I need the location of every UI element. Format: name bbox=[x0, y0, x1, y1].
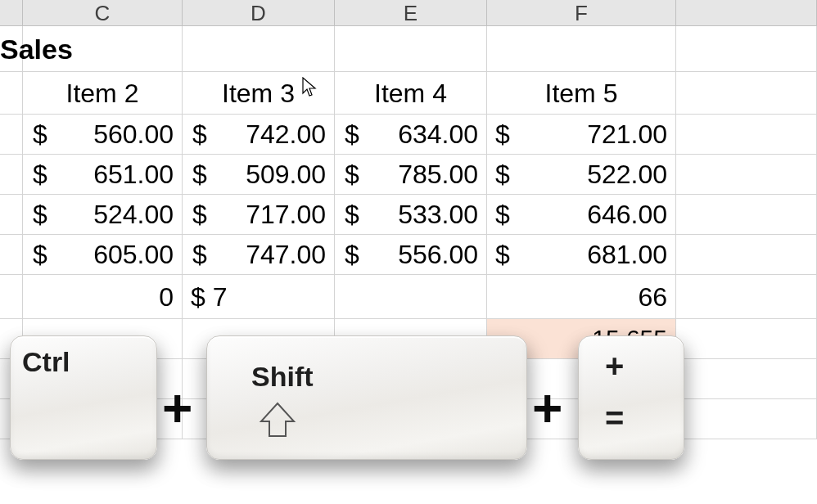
cell-b4[interactable] bbox=[0, 235, 23, 275]
cell-g-total[interactable] bbox=[676, 319, 817, 359]
cell-f1[interactable]: $721.00 bbox=[487, 115, 676, 155]
cell-b3[interactable] bbox=[0, 195, 23, 235]
dollar-sign: $ bbox=[31, 241, 47, 268]
cell-g-title[interactable] bbox=[676, 26, 817, 72]
cell-value: 651.00 bbox=[93, 161, 174, 187]
hdr-item3[interactable]: Item 3 bbox=[183, 72, 335, 115]
cell-value-fragment: 0 bbox=[159, 284, 174, 310]
column-header-F[interactable]: F bbox=[487, 0, 676, 26]
dollar-sign: $ bbox=[191, 201, 207, 227]
hdr-item2[interactable]: Item 2 bbox=[23, 72, 183, 115]
cell-c4[interactable]: $605.00 bbox=[23, 235, 183, 275]
cell-b2[interactable] bbox=[0, 155, 23, 195]
cell-f-total[interactable]: 15,655 bbox=[487, 319, 676, 359]
cell-e5[interactable] bbox=[335, 275, 487, 319]
cell-g5[interactable] bbox=[676, 275, 817, 319]
cell-g3[interactable] bbox=[676, 195, 817, 235]
empty-cell[interactable] bbox=[487, 359, 676, 399]
column-header-blank[interactable] bbox=[0, 0, 23, 26]
column-header-E[interactable]: E bbox=[335, 0, 487, 26]
dollar-sign: $ bbox=[495, 121, 510, 147]
empty-cell[interactable] bbox=[183, 359, 335, 399]
title-row: Sales bbox=[0, 26, 817, 72]
cell-f3[interactable]: $646.00 bbox=[487, 195, 676, 235]
hdr-item4[interactable]: Item 4 bbox=[335, 72, 487, 115]
cell-f5[interactable]: 66 bbox=[487, 275, 676, 319]
cell-f-title[interactable] bbox=[487, 26, 676, 72]
cell-e3[interactable]: $533.00 bbox=[335, 195, 487, 235]
data-row-4: $605.00 $747.00 $556.00 $681.00 bbox=[0, 235, 817, 275]
column-header-G[interactable] bbox=[676, 0, 817, 26]
cell-c-total[interactable] bbox=[23, 319, 183, 359]
dollar-sign: $ bbox=[31, 121, 47, 147]
data-row-3: $524.00 $717.00 $533.00 $646.00 bbox=[0, 195, 817, 235]
dollar-sign: $ bbox=[343, 201, 359, 227]
cell-b5[interactable] bbox=[0, 275, 23, 319]
empty-cell[interactable] bbox=[676, 359, 817, 399]
cell-d2[interactable]: $509.00 bbox=[183, 155, 335, 195]
empty-cell[interactable] bbox=[183, 399, 335, 439]
column-header-row: C D E F bbox=[0, 0, 817, 26]
cell-b-hdr[interactable] bbox=[0, 72, 23, 115]
cell-d1[interactable]: $742.00 bbox=[183, 115, 335, 155]
hdr-item5[interactable]: Item 5 bbox=[487, 72, 676, 115]
dollar-sign: $ bbox=[191, 241, 207, 268]
dollar-sign: $ bbox=[495, 241, 510, 268]
cell-c5[interactable]: 0 bbox=[23, 275, 183, 319]
cell-value: 742.00 bbox=[246, 121, 326, 147]
cell-g4[interactable] bbox=[676, 235, 817, 275]
cell-d5[interactable]: $ 7 bbox=[183, 275, 335, 319]
cell-value: 681.00 bbox=[587, 241, 667, 268]
data-row-1: $560.00 $742.00 $634.00 $721.00 bbox=[0, 115, 817, 155]
empty-cell[interactable] bbox=[0, 399, 23, 439]
cell-value-fragment: $ 7 bbox=[191, 284, 227, 310]
cell-e-total[interactable] bbox=[335, 319, 487, 359]
cell-e2[interactable]: $785.00 bbox=[335, 155, 487, 195]
cell-g2[interactable] bbox=[676, 155, 817, 195]
column-header-C[interactable]: C bbox=[23, 0, 183, 26]
dollar-sign: $ bbox=[343, 121, 359, 147]
cell-f2[interactable]: $522.00 bbox=[487, 155, 676, 195]
cell-value: 560.00 bbox=[93, 121, 174, 147]
empty-cell[interactable] bbox=[487, 399, 676, 439]
data-row-2: $651.00 $509.00 $785.00 $522.00 bbox=[0, 155, 817, 195]
cell-d4[interactable]: $747.00 bbox=[183, 235, 335, 275]
cell-b-total[interactable] bbox=[0, 319, 23, 359]
cell-c3[interactable]: $524.00 bbox=[23, 195, 183, 235]
cell-value: 646.00 bbox=[587, 201, 667, 227]
cell-f4[interactable]: $681.00 bbox=[487, 235, 676, 275]
empty-cell[interactable] bbox=[676, 399, 817, 439]
dollar-sign: $ bbox=[495, 201, 510, 227]
cell-e4[interactable]: $556.00 bbox=[335, 235, 487, 275]
empty-cell[interactable] bbox=[0, 359, 23, 399]
cell-c2[interactable]: $651.00 bbox=[23, 155, 183, 195]
empty-cell[interactable] bbox=[335, 359, 487, 399]
cell-d3[interactable]: $717.00 bbox=[183, 195, 335, 235]
dollar-sign: $ bbox=[191, 121, 207, 147]
cell-value: 717.00 bbox=[246, 201, 326, 227]
cell-g1[interactable] bbox=[676, 115, 817, 155]
cell-value: 785.00 bbox=[398, 161, 478, 187]
cell-g-hdr[interactable] bbox=[676, 72, 817, 115]
cell-value-fragment: 66 bbox=[638, 284, 667, 310]
cell-e-title[interactable] bbox=[335, 26, 487, 72]
empty-cell[interactable] bbox=[335, 399, 487, 439]
data-row-5-partial: 0 $ 7 66 bbox=[0, 275, 817, 319]
cell-b1[interactable] bbox=[0, 115, 23, 155]
cell-e1[interactable]: $634.00 bbox=[335, 115, 487, 155]
empty-cell[interactable] bbox=[23, 399, 183, 439]
cell-value: 721.00 bbox=[587, 121, 667, 147]
empty-row bbox=[0, 399, 817, 439]
cell-value: 533.00 bbox=[398, 201, 478, 227]
header-row: Item 2 Item 3 Item 4 Item 5 bbox=[0, 72, 817, 115]
title-cell[interactable]: Sales bbox=[0, 26, 183, 72]
cell-c1[interactable]: $560.00 bbox=[23, 115, 183, 155]
cell-d-total[interactable] bbox=[183, 319, 335, 359]
empty-cell[interactable] bbox=[23, 359, 183, 399]
dollar-sign: $ bbox=[31, 201, 47, 227]
spreadsheet-grid[interactable]: C D E F Sales Item 2 Item 3 Item 4 Item … bbox=[0, 0, 817, 504]
column-header-D[interactable]: D bbox=[183, 0, 335, 26]
dollar-sign: $ bbox=[343, 241, 359, 268]
cell-value: 747.00 bbox=[246, 241, 326, 268]
cell-d-title[interactable] bbox=[183, 26, 335, 72]
